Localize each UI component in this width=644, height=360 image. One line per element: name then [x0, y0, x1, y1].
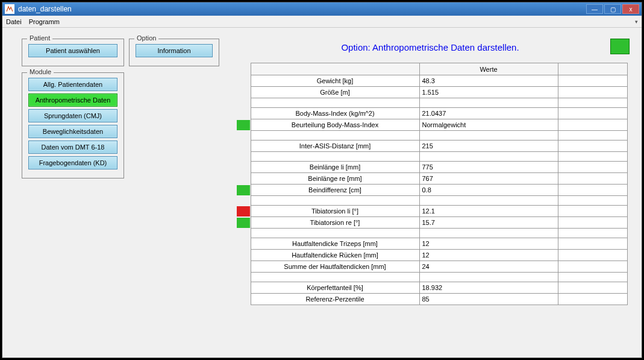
row-flag — [236, 173, 251, 185]
table-row: Beinlänge li [mm]775 — [236, 162, 628, 173]
menu-datei[interactable]: Datei — [6, 18, 22, 25]
option-legend: Option — [134, 34, 158, 42]
row-value: 775 — [419, 162, 558, 173]
row-flag — [236, 282, 251, 294]
table-row: Hautfaltendicke Trizeps [mm]12 — [236, 238, 628, 250]
information-button[interactable]: Information — [136, 44, 213, 57]
module-button-2[interactable]: Sprungdaten (CMJ) — [28, 109, 117, 122]
window-title: daten_darstellen — [18, 5, 586, 13]
app-window: daten_darstellen — ▢ x Datei Programm ▾ … — [2, 2, 642, 358]
table-row: Größe [m]1.515 — [236, 87, 628, 98]
module-button-5[interactable]: Fragebogendaten (KD) — [28, 156, 117, 169]
table-header-values: Werte — [419, 63, 558, 75]
row-flag — [236, 261, 251, 273]
module-fieldset: Module Allg. PatientendatenAnthropometri… — [22, 72, 124, 178]
data-table: Werte Gewicht [kg]48.3Größe [m]1.515Body… — [236, 63, 628, 305]
row-value: 21.0437 — [419, 108, 558, 119]
row-flag — [236, 87, 251, 98]
row-value: 85 — [419, 294, 558, 305]
module-button-0[interactable]: Allg. Patientendaten — [28, 78, 117, 91]
row-label: Hautfaltendicke Trizeps [mm] — [251, 238, 419, 250]
row-flag — [236, 294, 251, 305]
row-flag — [236, 75, 251, 87]
row-flag — [236, 162, 251, 173]
row-flag — [236, 108, 251, 119]
menu-programm[interactable]: Programm — [29, 18, 60, 25]
titlebar[interactable]: daten_darstellen — ▢ x — [2, 2, 642, 16]
row-label: Körperfettanteil [%] — [251, 282, 419, 294]
table-row: Beinlänge re [mm]767 — [236, 173, 628, 185]
table-row: Beindifferenz [cm]0.8 — [236, 185, 628, 196]
green-flag-icon — [237, 120, 250, 130]
row-value: Normalgewicht — [419, 119, 558, 131]
row-value: 12 — [419, 250, 558, 261]
select-patient-button[interactable]: Patient auswählen — [28, 44, 117, 57]
row-value: 1.515 — [419, 87, 558, 98]
row-label: Beinlänge li [mm] — [251, 162, 419, 173]
row-label: Tibiatorsion li [°] — [251, 206, 419, 217]
table-header-pad — [558, 63, 628, 75]
menubar-overflow-icon[interactable]: ▾ — [635, 19, 638, 25]
maximize-button[interactable]: ▢ — [604, 4, 621, 14]
row-label: Referenz-Perzentile — [251, 294, 419, 305]
minimize-button[interactable]: — — [586, 4, 603, 14]
row-flag — [236, 185, 251, 196]
row-flag — [236, 217, 251, 229]
close-button[interactable]: x — [622, 4, 639, 14]
row-label: Beindifferenz [cm] — [251, 185, 419, 196]
row-value: 18.932 — [419, 282, 558, 294]
table-header-label — [251, 63, 419, 75]
row-label: Inter-ASIS-Distanz [mm] — [251, 141, 419, 152]
module-button-4[interactable]: Daten vom DMT 6-18 — [28, 141, 117, 154]
green-flag-icon — [237, 185, 250, 195]
module-legend: Module — [27, 68, 54, 75]
table-row: Summe der Hautfaltendicken [mm]24 — [236, 261, 628, 273]
table-row: Körperfettanteil [%]18.932 — [236, 282, 628, 294]
red-flag-icon — [237, 206, 250, 216]
row-flag — [236, 250, 251, 261]
app-icon — [5, 4, 14, 14]
module-button-3[interactable]: Beweglichkeitsdaten — [28, 125, 117, 138]
row-label: Summe der Hautfaltendicken [mm] — [251, 261, 419, 273]
table-row: Tibiatorsion li [°]12.1 — [236, 206, 628, 217]
row-label: Hautfaltendicke Rücken [mm] — [251, 250, 419, 261]
table-row: Tibiatorsion re [°]15.7 — [236, 217, 628, 229]
row-label: Beurteilung Body-Mass-Index — [251, 119, 419, 131]
row-value: 767 — [419, 173, 558, 185]
table-row: Beurteilung Body-Mass-IndexNormalgewicht — [236, 119, 628, 131]
module-button-1[interactable]: Anthropometrische Daten — [28, 93, 117, 107]
client-area: Patient Patient auswählen Module Allg. P… — [2, 28, 642, 358]
row-flag — [236, 119, 251, 131]
table-row: Inter-ASIS-Distanz [mm]215 — [236, 141, 628, 152]
row-flag — [236, 238, 251, 250]
row-flag — [236, 206, 251, 217]
table-row: Body-Mass-Index (kg/m^2)21.0437 — [236, 108, 628, 119]
table-row: Gewicht [kg]48.3 — [236, 75, 628, 87]
row-value: 12 — [419, 238, 558, 250]
row-value: 12.1 — [419, 206, 558, 217]
status-indicator — [610, 39, 630, 54]
row-value: 48.3 — [419, 75, 558, 87]
patient-legend: Patient — [27, 34, 52, 42]
row-label: Gewicht [kg] — [251, 75, 419, 87]
row-label: Tibiatorsion re [°] — [251, 217, 419, 229]
green-flag-icon — [237, 218, 250, 228]
menubar: Datei Programm ▾ — [2, 16, 642, 28]
patient-fieldset: Patient Patient auswählen — [22, 39, 124, 66]
row-label: Body-Mass-Index (kg/m^2) — [251, 108, 419, 119]
table-row: Hautfaltendicke Rücken [mm]12 — [236, 250, 628, 261]
row-value: 24 — [419, 261, 558, 273]
data-table-container: Werte Gewicht [kg]48.3Größe [m]1.515Body… — [236, 63, 628, 305]
row-label: Beinlänge re [mm] — [251, 173, 419, 185]
table-row: Referenz-Perzentile85 — [236, 294, 628, 305]
option-fieldset: Option Information — [129, 39, 219, 66]
row-label: Größe [m] — [251, 87, 419, 98]
row-value: 215 — [419, 141, 558, 152]
row-value: 15.7 — [419, 217, 558, 229]
page-header: Option: Anthropometrische Daten darstell… — [261, 42, 599, 52]
row-flag — [236, 141, 251, 152]
row-value: 0.8 — [419, 185, 558, 196]
